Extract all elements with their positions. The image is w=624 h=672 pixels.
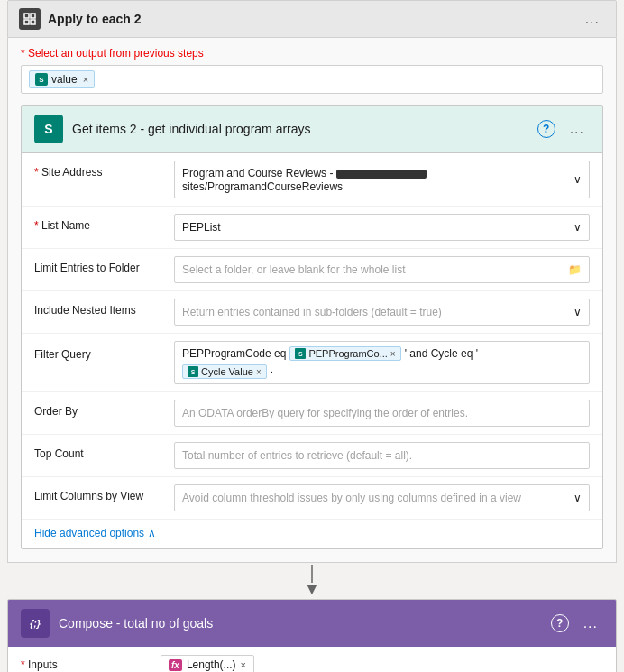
list-name-row: List Name PEPList ∨ [22, 207, 602, 249]
limit-entries-value: Select a folder, or leave blank for the … [174, 256, 590, 283]
get-items-menu-button[interactable]: ... [564, 119, 590, 139]
limit-columns-arrow: ∨ [574, 492, 582, 504]
apply-to-each-icon [19, 8, 41, 30]
filter-query-label: Filter Query [34, 341, 174, 361]
site-address-dropdown[interactable]: Program and Course Reviews - sites/Progr… [174, 161, 590, 198]
connector-arrow: ▼ [0, 563, 624, 599]
filter-query-input[interactable]: PEPProgramCode eq S PEPProgramCo... × ' … [174, 341, 590, 384]
filter-token-2-label: Cycle Value [201, 366, 253, 377]
value-token: S value × [29, 70, 95, 88]
compose-menu-button[interactable]: ... [578, 613, 603, 633]
filter-text-3: · [271, 365, 273, 378]
length-token-close[interactable]: × [241, 659, 246, 670]
svg-rect-1 [31, 14, 35, 18]
site-address-blurred [336, 170, 427, 179]
limit-columns-placeholder: Avoid column threshold issues by only us… [182, 492, 521, 504]
inputs-row: Inputs fx Length(...) × [8, 647, 616, 672]
limit-entries-placeholder: Select a folder, or leave blank for the … [182, 263, 405, 276]
sharepoint-icon: S [34, 115, 63, 143]
include-nested-text: Return entries contained in sub-folders … [182, 306, 442, 318]
order-by-label: Order By [34, 400, 174, 418]
site-address-text: Program and Course Reviews - [182, 167, 333, 180]
filter-token-1-close[interactable]: × [390, 349, 396, 359]
limit-columns-row: Limit Columns by View Avoid column thres… [22, 477, 602, 520]
value-token-close[interactable]: × [83, 74, 88, 85]
filter-token-2: S Cycle Value × [182, 364, 267, 379]
include-nested-row: Include Nested Items Return entries cont… [22, 291, 602, 334]
compose-header: {;} Compose - total no of goals ? ... [8, 600, 616, 647]
compose-body: Inputs fx Length(...) × [8, 647, 616, 672]
length-token-label: Length(...) [187, 658, 236, 671]
top-count-placeholder: Total number of entries to retrieve (def… [182, 449, 412, 462]
svg-rect-0 [24, 14, 29, 18]
filter-token-1-label: PEPProgramCo... [308, 348, 387, 359]
include-nested-label: Include Nested Items [34, 299, 174, 317]
site-address-label: Site Address [34, 161, 174, 179]
compose-card: {;} Compose - total no of goals ? ... In… [7, 599, 617, 672]
list-name-value: PEPList ∨ [174, 214, 590, 241]
filter-query-value-container: PEPProgramCode eq S PEPProgramCo... × ' … [174, 341, 590, 384]
filter-text-1: PEPProgramCode eq [182, 347, 286, 360]
site-address-value: Program and Course Reviews - sites/Progr… [174, 161, 590, 198]
top-count-input[interactable]: Total number of entries to retrieve (def… [174, 442, 590, 469]
filter-token-2-close[interactable]: × [256, 367, 262, 377]
filter-query-row: Filter Query PEPProgramCode eq S PEPProg… [22, 334, 602, 392]
include-nested-value: Return entries contained in sub-folders … [174, 299, 590, 326]
order-by-input[interactable]: An ODATA orderBy query for specifying th… [174, 400, 590, 427]
length-token: fx Length(...) × [161, 655, 254, 672]
top-count-label: Top Count [34, 442, 174, 460]
limit-columns-value: Avoid column threshold issues by only us… [174, 484, 590, 511]
limit-columns-label: Limit Columns by View [34, 484, 174, 502]
compose-title: Compose - total no of goals [59, 616, 213, 631]
compose-icon: {;} [21, 609, 50, 638]
include-nested-dropdown[interactable]: Return entries contained in sub-folders … [174, 299, 590, 326]
limit-entries-row: Limit Entries to Folder Select a folder,… [22, 249, 602, 291]
get-items-header: S Get items 2 - get individual program a… [22, 106, 602, 153]
filter-line-1: PEPProgramCode eq S PEPProgramCo... × ' … [182, 346, 582, 361]
apply-to-each-title: Apply to each 2 [48, 12, 141, 26]
svg-rect-2 [24, 20, 29, 24]
top-count-row: Top Count Total number of entries to ret… [22, 435, 602, 477]
hide-advanced-section: Hide advanced options ∧ [22, 520, 602, 548]
value-token-label: value [51, 73, 78, 86]
apply-to-each-body: * Select an output from previous steps S… [7, 38, 617, 563]
filter-token-1-icon: S [295, 348, 306, 359]
site-address-row: Site Address Program and Course Reviews … [22, 153, 602, 207]
inputs-label: Inputs [21, 658, 161, 671]
filter-token-1: S PEPProgramCo... × [289, 346, 400, 361]
value-token-icon: S [35, 73, 48, 86]
apply-to-each-menu-button[interactable]: ... [580, 9, 605, 29]
list-name-label: List Name [34, 214, 174, 232]
select-output-label: * Select an output from previous steps [21, 47, 603, 60]
filter-text-2: ' and Cycle eq ' [405, 347, 478, 360]
hide-advanced-chevron: ∧ [148, 527, 156, 539]
include-nested-arrow: ∨ [574, 306, 582, 318]
get-items-help-icon[interactable]: ? [537, 120, 555, 138]
svg-rect-3 [31, 20, 35, 24]
folder-icon: 📁 [568, 263, 582, 276]
list-name-text: PEPList [182, 221, 221, 234]
site-address-path: sites/ProgramandCourseReviews [182, 180, 343, 193]
limit-columns-dropdown[interactable]: Avoid column threshold issues by only us… [174, 484, 590, 511]
site-address-arrow: ∨ [574, 173, 582, 186]
get-items-body: Site Address Program and Course Reviews … [22, 153, 602, 548]
get-items-title: Get items 2 - get individual program arr… [72, 122, 311, 136]
order-by-placeholder: An ODATA orderBy query for specifying th… [182, 407, 468, 419]
inputs-value: fx Length(...) × [161, 655, 603, 672]
limit-entries-input[interactable]: Select a folder, or leave blank for the … [174, 256, 590, 283]
select-output-input[interactable]: S value × [21, 65, 603, 94]
get-items-card: S Get items 2 - get individual program a… [21, 105, 603, 549]
filter-line-2: S Cycle Value × · [182, 364, 582, 379]
compose-help-icon[interactable]: ? [551, 614, 569, 632]
fx-icon: fx [169, 659, 182, 671]
order-by-value: An ODATA orderBy query for specifying th… [174, 400, 590, 427]
list-name-dropdown[interactable]: PEPList ∨ [174, 214, 590, 241]
filter-token-2-icon: S [188, 366, 198, 377]
list-name-arrow: ∨ [574, 221, 582, 234]
hide-advanced-link[interactable]: Hide advanced options [34, 527, 144, 539]
order-by-row: Order By An ODATA orderBy query for spec… [22, 392, 602, 435]
apply-to-each-header: Apply to each 2 ... [7, 0, 617, 38]
top-count-value: Total number of entries to retrieve (def… [174, 442, 590, 469]
limit-entries-label: Limit Entries to Folder [34, 256, 174, 274]
